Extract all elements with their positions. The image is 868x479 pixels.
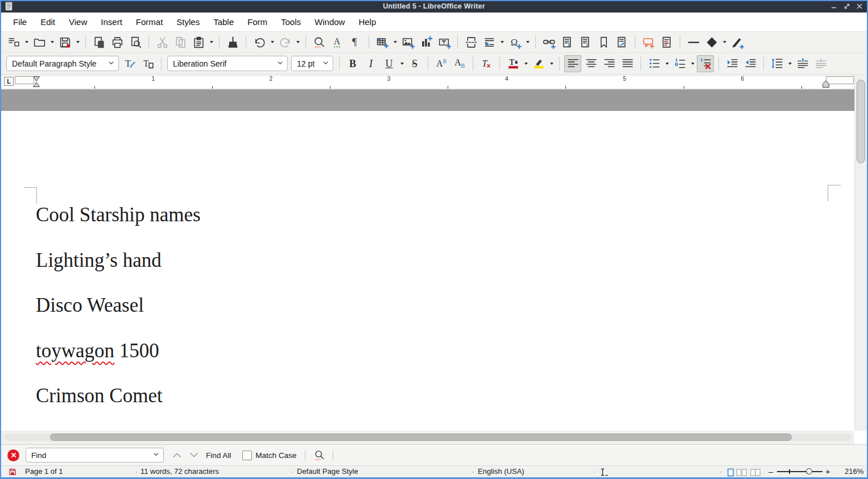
strikethrough-button[interactable]: S xyxy=(406,55,423,72)
open-dropdown-button[interactable] xyxy=(48,34,56,51)
align-center-button[interactable] xyxy=(582,55,600,72)
menu-window[interactable]: Window xyxy=(308,15,352,29)
insert-cross-reference-button[interactable] xyxy=(613,34,630,51)
clear-formatting-button[interactable]: T× xyxy=(478,55,495,72)
highlight-color-button[interactable] xyxy=(530,55,547,72)
font-name-dropdown-icon[interactable] xyxy=(276,59,284,68)
underline-dropdown-button[interactable] xyxy=(398,55,406,72)
numbered-list-button[interactable] xyxy=(671,55,688,72)
right-indent-marker[interactable] xyxy=(822,80,830,88)
highlight-color-dropdown-button[interactable] xyxy=(548,55,555,72)
font-name-combobox[interactable]: Liberation Serif xyxy=(167,56,288,71)
insert-table-dropdown-button[interactable] xyxy=(391,34,399,51)
paragraph-style-dropdown-icon[interactable] xyxy=(108,59,115,68)
insert-field-button[interactable] xyxy=(481,34,498,51)
horizontal-ruler[interactable]: L 123456 xyxy=(1,75,867,89)
print-button[interactable] xyxy=(109,34,126,51)
font-color-dropdown-button[interactable] xyxy=(522,55,530,72)
track-changes-button[interactable] xyxy=(658,34,675,51)
print-preview-button[interactable] xyxy=(127,34,144,51)
no-list-button[interactable] xyxy=(697,55,714,72)
spelling-button[interactable]: A xyxy=(329,34,346,51)
insert-table-button[interactable] xyxy=(374,34,391,51)
zoom-slider-knob[interactable] xyxy=(806,468,812,474)
match-case-label[interactable]: Match Case xyxy=(255,451,296,460)
close-find-bar-button[interactable] xyxy=(7,449,19,461)
align-left-button[interactable] xyxy=(564,55,581,72)
document-paragraph[interactable]: toywagon 1500 xyxy=(36,341,159,361)
font-size-combobox[interactable]: 12 pt xyxy=(291,56,333,71)
save-dropdown-button[interactable] xyxy=(74,34,81,51)
horizontal-scrollbar[interactable] xyxy=(1,431,854,444)
word-count-status[interactable]: 11 words, 72 characters xyxy=(140,467,219,476)
paste-button[interactable] xyxy=(190,34,207,51)
horizontal-scrollbar-thumb[interactable] xyxy=(50,433,792,441)
paragraph-style-combobox[interactable]: Default Paragraph Style xyxy=(6,56,119,71)
zoom-out-button[interactable]: – xyxy=(768,466,773,476)
insert-endnote-button[interactable]: i xyxy=(577,34,594,51)
italic-button[interactable]: I xyxy=(362,55,379,72)
indent-decrease-button[interactable] xyxy=(742,55,759,72)
draw-functions-button[interactable] xyxy=(729,34,746,51)
font-color-button[interactable]: T xyxy=(505,55,522,72)
document-modified-icon[interactable] xyxy=(9,468,16,478)
open-button[interactable] xyxy=(31,34,48,51)
redo-dropdown-button[interactable] xyxy=(294,34,301,51)
line-spacing-button[interactable] xyxy=(768,55,786,72)
para-spacing-increase-button[interactable] xyxy=(794,55,811,72)
titlebar[interactable]: Untitled 5 - LibreOffice Writer xyxy=(0,0,868,13)
subscript-button[interactable]: AB xyxy=(451,55,468,72)
minimize-button[interactable] xyxy=(829,2,838,11)
document-paragraph[interactable]: Cool Starship names xyxy=(36,205,201,225)
new-document-button[interactable] xyxy=(5,34,22,51)
insert-hyperlink-button[interactable] xyxy=(540,34,557,51)
find-all-button[interactable]: Find All xyxy=(206,451,231,460)
menu-form[interactable]: Form xyxy=(241,15,274,29)
menu-tools[interactable]: Tools xyxy=(274,15,308,29)
menu-styles[interactable]: Styles xyxy=(170,15,206,29)
line-spacing-dropdown-button[interactable] xyxy=(786,55,793,72)
language-status[interactable]: English (USA) xyxy=(478,467,524,476)
find-dropdown-icon[interactable] xyxy=(152,450,160,460)
font-size-dropdown-icon[interactable] xyxy=(322,59,329,68)
zoom-slider-track[interactable] xyxy=(777,471,822,472)
tab-stop-selector[interactable]: L xyxy=(4,77,14,86)
basic-shapes-dropdown-button[interactable] xyxy=(721,34,728,51)
basic-shapes-button[interactable] xyxy=(703,34,720,51)
close-window-button[interactable] xyxy=(855,2,864,11)
undo-button[interactable] xyxy=(251,34,268,51)
insert-field-dropdown-button[interactable] xyxy=(498,34,506,51)
zoom-in-button[interactable]: + xyxy=(825,466,830,476)
page-number-status[interactable]: Page 1 of 1 xyxy=(25,467,63,476)
menu-file[interactable]: File xyxy=(6,15,34,29)
match-case-checkbox[interactable] xyxy=(242,451,252,460)
insert-chart-button[interactable] xyxy=(418,34,435,51)
new-style-button[interactable]: T xyxy=(139,55,156,72)
justify-button[interactable] xyxy=(619,55,636,72)
bold-button[interactable]: B xyxy=(344,55,361,72)
bullet-list-button[interactable] xyxy=(646,55,663,72)
horizontal-line-button[interactable] xyxy=(685,34,702,51)
page-style-status[interactable]: Default Page Style xyxy=(297,467,358,476)
numbered-list-dropdown-button[interactable] xyxy=(689,55,696,72)
insert-image-button[interactable] xyxy=(399,34,416,51)
formatting-marks-button[interactable]: ¶ xyxy=(347,34,364,51)
restore-button[interactable] xyxy=(842,2,852,11)
insert-bookmark-button[interactable] xyxy=(595,34,612,51)
find-previous-button[interactable] xyxy=(168,447,185,463)
vertical-scrollbar-thumb[interactable] xyxy=(857,80,865,163)
clone-formatting-button[interactable] xyxy=(224,34,241,51)
update-style-button[interactable]: T xyxy=(121,55,138,72)
new-document-dropdown-button[interactable] xyxy=(23,34,30,51)
indent-increase-button[interactable] xyxy=(724,55,741,72)
zoom-level-status[interactable]: 216% xyxy=(845,467,863,476)
insert-comment-button[interactable] xyxy=(640,34,657,51)
page-break-button[interactable] xyxy=(462,34,480,51)
bullet-list-dropdown-button[interactable] xyxy=(663,55,671,72)
insert-footnote-button[interactable]: 1 xyxy=(559,34,576,51)
find-next-button[interactable] xyxy=(185,447,202,463)
document-paragraph[interactable]: Disco Weasel xyxy=(36,295,144,315)
document-paragraph[interactable]: Crimson Comet xyxy=(36,386,163,406)
find-replace-button[interactable] xyxy=(311,34,328,51)
find-input[interactable] xyxy=(26,451,152,460)
